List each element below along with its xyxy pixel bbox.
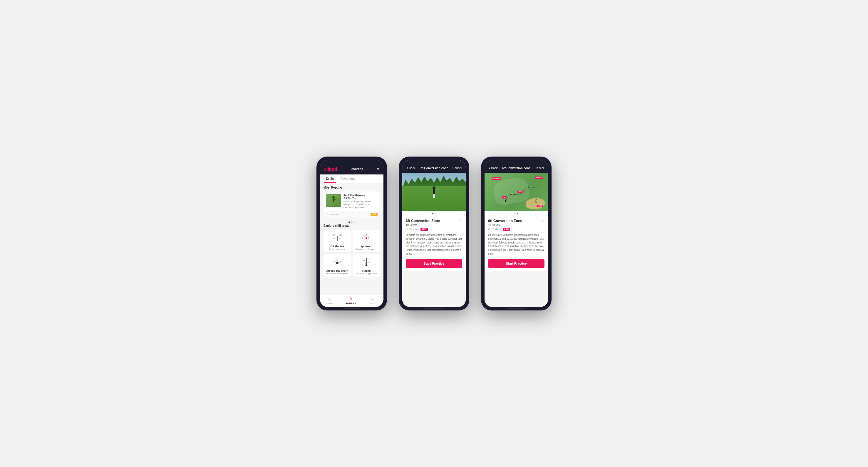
drill-content-2: FAIRWAY ROUGH SAND Hit Miss 🏌️ 6ft Conve… bbox=[485, 173, 548, 307]
around-green-svg bbox=[331, 257, 344, 268]
favourite-star[interactable]: ☆ bbox=[459, 219, 462, 223]
drill-description-2: 20 shots are randomly generated at dista… bbox=[488, 233, 545, 256]
shots-row-2: ⏱ 20 shots ARG bbox=[488, 228, 545, 231]
activities-icon: ♾ bbox=[349, 297, 352, 301]
skill-approach[interactable]: Approach Dial-in to hit the green bbox=[352, 230, 380, 252]
ott-badge: OTT bbox=[371, 213, 378, 216]
favourite-star[interactable]: ☆ bbox=[375, 194, 378, 197]
nav-activities-label: Activities bbox=[346, 302, 356, 305]
carousel-dots bbox=[323, 220, 380, 224]
nav-home[interactable]: ⌂ Home bbox=[327, 297, 333, 305]
back-button-2[interactable]: < Back bbox=[489, 167, 498, 170]
svg-point-36 bbox=[433, 187, 435, 190]
map-scene: FAIRWAY ROUGH SAND Hit Miss 🏌️ bbox=[485, 173, 548, 211]
skill-desc-3: Make and lag practice bbox=[355, 272, 377, 275]
drill-header-title-2: 6ft Conversion Zone bbox=[502, 167, 531, 170]
tab-bar: Drills Favourites bbox=[320, 174, 383, 183]
dot-2[interactable] bbox=[351, 222, 352, 223]
arg-badge-2: ARG bbox=[503, 228, 510, 231]
putting-icon bbox=[360, 257, 373, 268]
img-dot-4[interactable] bbox=[517, 213, 518, 214]
nav-capture-label: Capture bbox=[369, 302, 377, 305]
skill-grid: Off The Tee Power accuracy bbox=[323, 230, 380, 277]
capture-icon: ⊕ bbox=[371, 297, 375, 301]
drill-range: 10-50 yds bbox=[406, 224, 462, 227]
back-button[interactable]: < Back bbox=[406, 167, 415, 170]
app-header: clippd Practice ≡ bbox=[320, 160, 383, 174]
golfer-icon bbox=[329, 196, 338, 205]
shots-row: ⏱ 20 shots ARG bbox=[406, 228, 462, 231]
hit-label: Hit bbox=[502, 196, 506, 199]
phone-notch bbox=[422, 157, 446, 162]
phone-notch bbox=[340, 157, 364, 162]
svg-line-34 bbox=[367, 262, 368, 264]
phone-2: < Back 6ft Conversion Zone Cancel bbox=[399, 157, 469, 310]
svg-point-21 bbox=[336, 262, 339, 264]
menu-icon[interactable]: ≡ bbox=[377, 167, 379, 171]
skill-desc-0: Power accuracy bbox=[330, 248, 345, 251]
arg-badge: ARG bbox=[421, 228, 428, 231]
skill-name-1: Approach bbox=[361, 245, 372, 248]
approach-icon bbox=[360, 232, 373, 244]
drill-footer: ⏱ 10 shots OTT bbox=[323, 211, 380, 218]
svg-point-30 bbox=[364, 260, 365, 261]
svg-point-23 bbox=[340, 261, 341, 262]
skill-name-3: Putting bbox=[362, 269, 371, 272]
skill-around-green[interactable]: Around The Green Hone your short game bbox=[323, 254, 351, 277]
svg-point-22 bbox=[337, 259, 338, 260]
tab-favourites[interactable]: Favourites bbox=[339, 174, 357, 183]
svg-point-29 bbox=[365, 264, 367, 266]
cancel-button[interactable]: Cancel bbox=[453, 167, 462, 170]
main-content: Most Popular Fin bbox=[320, 183, 383, 295]
svg-rect-38 bbox=[433, 194, 434, 198]
drill-map-image: FAIRWAY ROUGH SAND Hit Miss 🏌️ bbox=[485, 173, 548, 211]
explore-title: Explore skill areas bbox=[323, 224, 380, 227]
svg-point-13 bbox=[366, 237, 367, 239]
skill-off-tee[interactable]: Off The Tee Power accuracy bbox=[323, 230, 351, 252]
image-dots-2 bbox=[485, 211, 548, 216]
shots-count-2: ⏱ 20 shots bbox=[488, 228, 501, 231]
drill-range-2: 10-50 yds bbox=[488, 224, 545, 227]
cancel-button-2[interactable]: Cancel bbox=[535, 167, 544, 170]
golfer-svg bbox=[430, 186, 438, 200]
sand-label: SAND bbox=[536, 205, 543, 207]
approach-svg bbox=[360, 233, 373, 243]
nav-activities[interactable]: ♾ Activities bbox=[346, 297, 356, 305]
image-dots bbox=[402, 211, 466, 216]
header-title: Practice bbox=[350, 167, 363, 171]
nav-capture[interactable]: ⊕ Capture bbox=[369, 297, 377, 305]
favourite-star-2[interactable]: ☆ bbox=[541, 219, 545, 223]
drill-header-2: < Back 6ft Conversion Zone Cancel bbox=[485, 160, 548, 173]
skill-name-2: Around The Green bbox=[326, 269, 348, 272]
start-practice-button-2[interactable]: Start Practice bbox=[488, 259, 545, 268]
skill-putting[interactable]: Putting Make and lag practice bbox=[352, 254, 380, 277]
svg-point-31 bbox=[368, 262, 369, 263]
svg-line-8 bbox=[337, 237, 340, 238]
tab-drills[interactable]: Drills bbox=[324, 174, 336, 183]
img-dot-2[interactable] bbox=[435, 213, 436, 214]
svg-rect-37 bbox=[433, 190, 435, 194]
putting-svg bbox=[360, 257, 373, 268]
skill-name-0: Off The Tee bbox=[330, 245, 344, 248]
golf-scene bbox=[402, 173, 466, 211]
bottom-nav: ⌂ Home ♾ Activities ⊕ Capture bbox=[320, 295, 383, 307]
home-indicator bbox=[343, 308, 361, 309]
svg-point-41 bbox=[505, 200, 506, 202]
start-practice-button[interactable]: Start Practice bbox=[406, 259, 462, 268]
drill-description: 20 shots are randomly generated at dista… bbox=[406, 233, 462, 256]
dot-3[interactable] bbox=[354, 222, 355, 223]
featured-drill-card[interactable]: Find The Fairway Off The Tee Create an i… bbox=[323, 192, 380, 218]
img-dot-3[interactable] bbox=[514, 213, 516, 214]
svg-line-40 bbox=[435, 189, 438, 191]
img-dot-1[interactable] bbox=[432, 213, 433, 214]
svg-point-24 bbox=[333, 261, 334, 262]
fairway-label: FAIRWAY bbox=[492, 177, 501, 180]
drill-title-2: 6ft Conversion Zone bbox=[488, 219, 522, 223]
drill-title: Find The Fairway bbox=[343, 194, 373, 197]
phone-3: < Back 6ft Conversion Zone Cancel bbox=[481, 157, 552, 310]
drill-content: 6ft Conversion Zone ☆ 10-50 yds ⏱ 20 sho… bbox=[402, 173, 466, 307]
drill-details: 6ft Conversion Zone ☆ 10-50 yds ⏱ 20 sho… bbox=[402, 216, 466, 271]
dot-1[interactable] bbox=[348, 222, 350, 223]
drill-header: < Back 6ft Conversion Zone Cancel bbox=[402, 160, 466, 173]
drill-header-title: 6ft Conversion Zone bbox=[420, 167, 448, 170]
